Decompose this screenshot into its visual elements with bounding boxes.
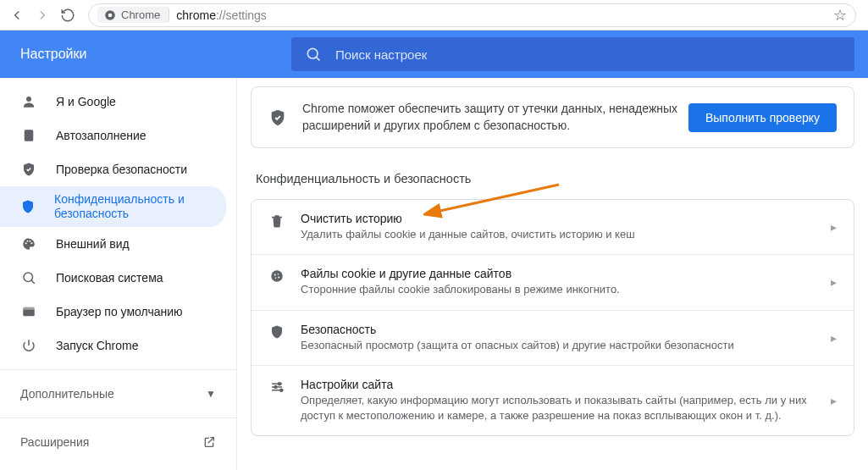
row-cookies[interactable]: Файлы cookie и другие данные сайтов Стор… [252,254,854,309]
main-content: Chrome поможет обеспечить защиту от утеч… [237,78,868,470]
settings-search-input[interactable] [335,47,841,62]
browser-icon [20,304,37,319]
row-title: Безопасность [301,323,815,336]
sidebar-item-autofill[interactable]: Автозаполнение [0,119,226,152]
open-in-new-icon [202,435,216,449]
sidebar-item-default-browser[interactable]: Браузер по умолчанию [0,295,226,329]
sidebar-item-label: Конфиденциальность и безопасность [54,192,206,222]
shield-check-icon [268,108,287,127]
svg-point-6 [30,241,31,242]
sidebar-item-safety-check[interactable]: Проверка безопасности [0,152,226,186]
row-title: Файлы cookie и другие данные сайтов [301,267,815,280]
sidebar-item-label: Проверка безопасности [56,163,187,176]
sidebar-item-label: Внешний вид [56,237,130,251]
search-icon [305,46,322,63]
svg-point-17 [274,385,277,388]
shield-icon [268,324,285,340]
reload-button[interactable] [58,5,78,25]
svg-point-5 [27,241,29,242]
row-title: Настройки сайта [301,378,815,391]
power-icon [20,338,37,353]
svg-point-15 [278,277,279,279]
person-icon [20,94,37,109]
svg-point-16 [279,383,281,385]
chevron-right-icon: ▸ [831,220,837,234]
sidebar: Я и Google Автозаполнение Проверка безоп… [0,78,237,470]
sidebar-extensions-label: Расширения [20,435,89,449]
sidebar-item-label: Браузер по умолчанию [56,305,183,318]
row-title: Очистить историю [301,212,815,225]
svg-point-14 [275,278,277,279]
chevron-right-icon: ▸ [831,275,837,289]
sidebar-advanced-toggle[interactable]: Дополнительные ▼ [0,377,236,411]
sidebar-item-on-startup[interactable]: Запуск Chrome [0,329,226,362]
sidebar-advanced-label: Дополнительные [20,387,114,401]
cookie-icon [268,268,285,284]
svg-point-13 [278,274,279,275]
shield-icon [20,199,36,214]
sidebar-separator [0,369,236,370]
row-subtitle: Удалить файлы cookie и данные сайтов, оч… [301,227,815,242]
settings-header: Настройки [0,30,868,78]
section-title-privacy: Конфиденциальность и безопасность [256,172,854,185]
url-text: chrome://settings [176,8,267,22]
back-button[interactable] [7,5,27,25]
chevron-right-icon: ▸ [831,331,837,345]
chevron-right-icon: ▸ [831,394,837,407]
svg-point-3 [26,97,31,102]
svg-point-11 [271,271,283,283]
sidebar-item-label: Запуск Chrome [56,339,138,352]
row-subtitle: Определяет, какую информацию могут испол… [301,393,815,423]
forward-button[interactable] [32,5,53,25]
svg-rect-10 [23,307,35,310]
tune-icon [268,379,285,395]
clipboard-icon [20,128,37,143]
chevron-down-icon: ▼ [206,388,216,400]
safety-check-card: Chrome поможет обеспечить защиту от утеч… [251,86,854,148]
row-clear-browsing-data[interactable]: Очистить историю Удалить файлы cookie и … [252,200,854,254]
site-chip-label: Chrome [121,8,160,21]
row-security[interactable]: Безопасность Безопасный просмотр (защита… [252,310,854,365]
palette-icon [20,236,37,252]
svg-point-18 [280,389,283,391]
browser-toolbar: Chrome chrome://settings ☆ [0,0,868,30]
svg-point-4 [25,242,27,244]
row-subtitle: Безопасный просмотр (защита от опасных с… [301,338,815,353]
page-title: Настройки [20,47,291,62]
sidebar-extensions-link[interactable]: Расширения [0,425,236,459]
sidebar-item-privacy-security[interactable]: Конфиденциальность и безопасность [0,186,226,227]
svg-point-2 [307,48,318,58]
svg-point-8 [24,273,33,282]
run-safety-check-button[interactable]: Выполнить проверку [688,103,837,132]
svg-point-12 [274,274,276,276]
sidebar-item-label: Автозаполнение [56,129,147,142]
address-bar[interactable]: Chrome chrome://settings ☆ [88,3,856,27]
sidebar-separator [0,417,236,418]
sidebar-item-search-engine[interactable]: Поисковая система [0,261,226,295]
sidebar-item-you-and-google[interactable]: Я и Google [0,85,226,119]
bookmark-star-icon[interactable]: ☆ [833,6,847,25]
sidebar-item-label: Поисковая система [56,271,163,285]
safety-check-text: Chrome поможет обеспечить защиту от утеч… [302,101,688,134]
site-chip: Chrome [97,7,169,23]
sidebar-item-appearance[interactable]: Внешний вид [0,227,226,261]
sidebar-item-label: Я и Google [56,95,116,108]
row-site-settings[interactable]: Настройки сайта Определяет, какую информ… [252,365,854,435]
row-subtitle: Сторонние файлы cookie заблокированы в р… [301,282,815,297]
svg-point-7 [30,242,32,244]
search-icon [20,270,37,285]
shield-check-icon [20,162,37,177]
svg-point-1 [108,13,113,17]
settings-search[interactable] [291,37,854,71]
trash-icon [268,213,285,229]
privacy-list-card: Очистить историю Удалить файлы cookie и … [251,199,854,436]
